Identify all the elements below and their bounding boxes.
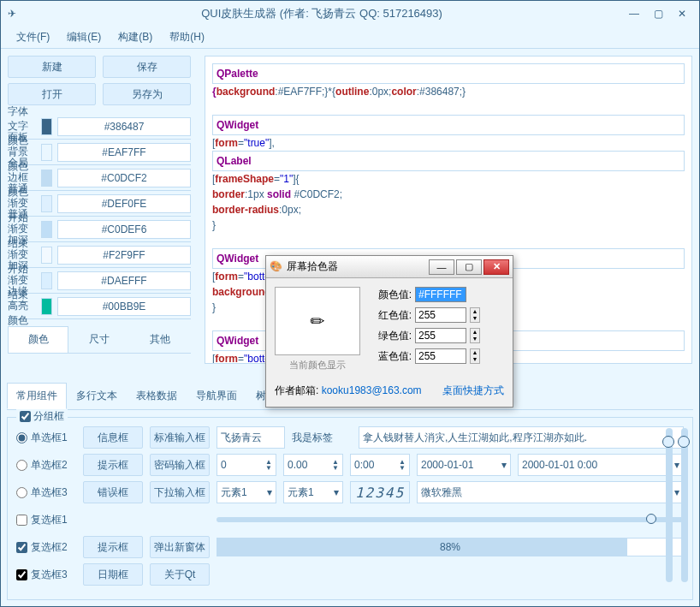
new-button[interactable]: 新建 (8, 56, 96, 78)
dialog-title: 屏幕拾色器 (287, 259, 427, 274)
shortcut-link[interactable]: 桌面快捷方式 (442, 384, 504, 398)
saveas-button[interactable]: 另存为 (103, 83, 191, 105)
tab-other[interactable]: 其他 (130, 326, 191, 353)
email-label: 作者邮箱: (275, 384, 318, 396)
color-list: 字体文字颜色 面板背景颜色 全局边框颜色 普通渐变开始 普通渐变结束 加深渐变开… (8, 114, 191, 319)
time-edit[interactable]: 0:00▲▼ (350, 454, 410, 476)
color-swatch[interactable] (41, 221, 52, 238)
bottom-tab[interactable]: 导航界面 (187, 383, 246, 409)
input-blue[interactable] (415, 348, 466, 364)
hint2-button[interactable]: 提示框 (83, 536, 143, 558)
tab-color[interactable]: 颜色 (8, 326, 68, 353)
color-swatch[interactable] (41, 272, 52, 289)
label-text: 我是标签 (292, 426, 352, 449)
dialog-close-icon[interactable]: ✕ (483, 259, 509, 275)
menu-build[interactable]: 构建(B) (110, 27, 161, 48)
stdinput-button[interactable]: 标准输入框 (150, 426, 210, 449)
popup-button[interactable]: 弹出新窗体 (150, 536, 210, 558)
spin-red[interactable]: ▲▼ (470, 307, 480, 323)
tab-size[interactable]: 尺寸 (68, 326, 129, 353)
color-hex-input[interactable] (57, 117, 191, 136)
window-title: QUI皮肤生成器 (作者: 飞扬青云 QQ: 517216493) (23, 6, 620, 21)
spin-int[interactable]: 0▲▼ (217, 454, 276, 476)
color-swatch[interactable] (41, 118, 52, 135)
color-hex-input[interactable] (57, 143, 191, 162)
color-swatch[interactable] (41, 144, 52, 161)
about-button[interactable]: 关于Qt (150, 563, 210, 586)
combo-1[interactable]: 元素1▾ (217, 481, 276, 503)
dropinput-button[interactable]: 下拉输入框 (150, 481, 210, 503)
color-hex-input[interactable] (57, 246, 191, 265)
text-input-1[interactable] (217, 426, 285, 449)
group-box: 分组框 单选框1 信息框 标准输入框 我是标签 单选框2 提示框 密码输入框 0… (7, 417, 693, 600)
input-color-hex[interactable] (415, 287, 466, 302)
email-link[interactable]: kooku1983@163.com (322, 384, 422, 396)
spin-green[interactable]: ▲▼ (470, 328, 480, 343)
color-swatch[interactable] (41, 170, 52, 187)
color-swatch[interactable] (41, 298, 52, 315)
eyedropper-icon: ✎ (306, 309, 330, 334)
save-button[interactable]: 保存 (103, 56, 191, 78)
color-swatch[interactable] (41, 195, 52, 212)
color-label: 边缘高亮颜色 (8, 284, 36, 328)
label-color: 颜色值: (369, 288, 412, 302)
info-button[interactable]: 信息框 (83, 426, 143, 449)
groupbox-title: 分组框 (33, 410, 64, 422)
titlebar: ✈ QUI皮肤生成器 (作者: 飞扬青云 QQ: 517216493) — ▢ … (1, 1, 699, 27)
chevron-down-icon: ▾ (267, 486, 272, 498)
color-swatch[interactable] (41, 247, 52, 264)
color-hex-input[interactable] (57, 169, 191, 187)
radio-1[interactable]: 单选框1 (16, 426, 76, 449)
error-button[interactable]: 错误框 (83, 481, 143, 503)
spin-blue[interactable]: ▲▼ (470, 348, 480, 364)
label-red: 红色值: (369, 308, 412, 323)
input-green[interactable] (415, 328, 466, 343)
dialog-maximize-icon[interactable]: ▢ (456, 259, 482, 275)
close-icon[interactable]: ✕ (672, 3, 692, 24)
menu-help[interactable]: 帮助(H) (161, 27, 213, 48)
radio-2[interactable]: 单选框2 (16, 454, 76, 476)
v-slider-2[interactable] (681, 428, 688, 582)
check-2[interactable]: 复选框2 (16, 536, 76, 558)
vertical-sliders (666, 428, 688, 582)
menu-edit[interactable]: 编辑(E) (58, 27, 110, 48)
preview-caption: 当前颜色显示 (275, 359, 360, 372)
maximize-icon[interactable]: ▢ (648, 3, 668, 24)
dialog-footer: 作者邮箱: kooku1983@163.com 桌面快捷方式 (266, 380, 513, 407)
open-button[interactable]: 打开 (8, 83, 96, 105)
bottom-tab[interactable]: 表格数据 (127, 383, 187, 409)
check-3[interactable]: 复选框3 (16, 563, 76, 586)
h-slider[interactable] (217, 517, 684, 522)
picker-icon: 🎨 (270, 260, 283, 274)
hint-button[interactable]: 提示框 (83, 454, 143, 476)
bottom-panel: 常用组件多行文本表格数据导航界面树字体内置图标视频监控 分组框 单选框1 信息框… (7, 383, 693, 600)
radio-3[interactable]: 单选框3 (16, 481, 76, 503)
menu-file[interactable]: 文件(F) (8, 27, 58, 48)
combo-2[interactable]: 元素1▾ (283, 481, 343, 503)
date-button[interactable]: 日期框 (83, 563, 143, 586)
color-hex-input[interactable] (57, 297, 191, 316)
datetime-edit[interactable]: 2000-01-01 0:00▾ (518, 454, 684, 476)
minimize-icon[interactable]: — (624, 3, 644, 24)
check-1[interactable]: 复选框1 (16, 509, 76, 531)
color-row: 边缘高亮颜色 (8, 294, 191, 319)
pwdinput-button[interactable]: 密码输入框 (150, 454, 210, 476)
font-combo[interactable]: 微软雅黑▾ (417, 481, 684, 503)
input-red[interactable] (415, 307, 466, 323)
color-hex-input[interactable] (57, 271, 191, 290)
color-picker-dialog: 🎨 屏幕拾色器 — ▢ ✕ ✎ 当前颜色显示 颜色值: 红色值: ▲▼ 绿色值: (265, 255, 513, 408)
groupbox-legend[interactable]: 分组框 (16, 409, 68, 424)
v-slider-1[interactable] (666, 428, 673, 582)
spin-double[interactable]: 0.00▲▼ (283, 454, 343, 476)
text-input-long[interactable] (359, 426, 684, 449)
preview-box: ✎ (275, 287, 360, 355)
dialog-minimize-icon[interactable]: — (429, 259, 454, 275)
date-edit[interactable]: 2000-01-01▾ (417, 454, 511, 476)
chevron-down-icon: ▾ (334, 486, 339, 498)
bottom-tab[interactable]: 常用组件 (7, 383, 67, 409)
bottom-tab[interactable]: 多行文本 (67, 383, 127, 409)
color-hex-input[interactable] (57, 220, 191, 239)
color-hex-input[interactable] (57, 194, 191, 213)
dialog-titlebar[interactable]: 🎨 屏幕拾色器 — ▢ ✕ (266, 256, 513, 278)
label-green: 绿色值: (369, 329, 412, 343)
